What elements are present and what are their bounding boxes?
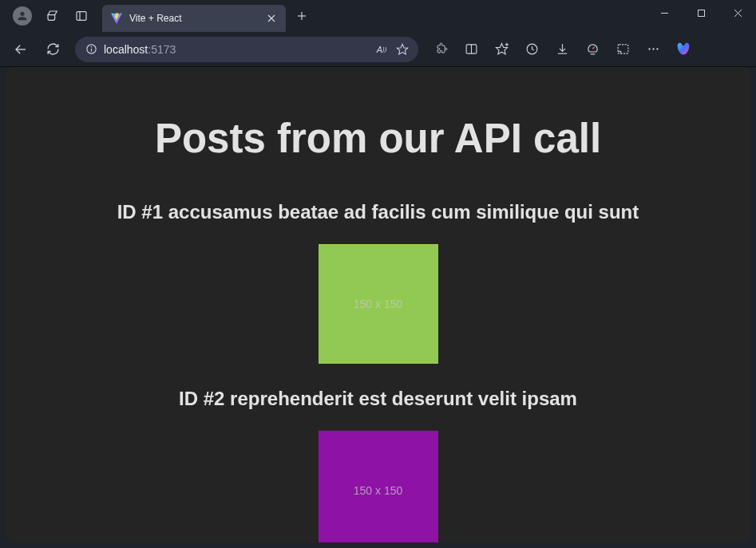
post-title: ID #2 reprehenderit est deserunt velit i… <box>6 388 750 410</box>
address-bar[interactable]: localhost:5173 A)) <box>75 37 418 62</box>
back-button[interactable] <box>6 37 35 62</box>
url-text: localhost:5173 <box>104 43 369 56</box>
screenshot-icon[interactable] <box>608 37 637 62</box>
vite-favicon-icon <box>110 12 123 25</box>
svg-rect-7 <box>698 10 704 16</box>
new-tab-button[interactable] <box>291 5 313 27</box>
post-item: ID #1 accusamus beatae ad facilis cum si… <box>6 201 750 364</box>
extensions-icon[interactable] <box>426 37 455 62</box>
toolbar: localhost:5173 A)) <box>0 32 756 67</box>
post-item: ID #2 reprehenderit est deserunt velit i… <box>6 388 750 542</box>
post-thumbnail: 150 x 150 <box>319 431 438 542</box>
favorite-icon[interactable] <box>396 43 409 56</box>
svg-rect-24 <box>618 45 628 53</box>
thumb-dimensions-label: 150 x 150 <box>354 298 403 310</box>
performance-icon[interactable] <box>578 37 607 62</box>
read-aloud-icon[interactable]: A)) <box>375 43 388 56</box>
workspaces-icon[interactable] <box>40 3 65 29</box>
svg-point-29 <box>656 48 658 49</box>
favorites-icon[interactable] <box>487 37 516 62</box>
minimize-button[interactable] <box>646 0 683 26</box>
svg-point-27 <box>648 48 650 49</box>
page-content[interactable]: Posts from our API call ID #1 accusamus … <box>6 67 750 542</box>
page-viewport: Posts from our API call ID #1 accusamus … <box>6 67 750 542</box>
svg-rect-0 <box>77 12 86 21</box>
profile-avatar[interactable] <box>13 6 32 26</box>
split-screen-icon[interactable] <box>457 37 485 62</box>
svg-point-28 <box>652 48 654 49</box>
titlebar: Vite + React <box>0 0 756 32</box>
refresh-button[interactable] <box>38 37 67 62</box>
post-title: ID #1 accusamus beatae ad facilis cum si… <box>6 201 750 223</box>
post-thumbnail: 150 x 150 <box>319 244 438 364</box>
history-icon[interactable] <box>517 37 546 62</box>
menu-icon[interactable] <box>639 37 667 62</box>
svg-marker-17 <box>496 43 507 53</box>
tab-title: Vite + React <box>129 13 259 24</box>
url-host: localhost <box>104 43 148 56</box>
maximize-button[interactable] <box>683 0 719 26</box>
downloads-icon[interactable] <box>548 37 576 62</box>
url-port: :5173 <box>148 43 176 56</box>
tab-close-icon[interactable] <box>265 12 278 25</box>
thumb-dimensions-label: 150 x 150 <box>354 484 403 497</box>
site-info-icon[interactable] <box>85 43 97 56</box>
window-controls <box>646 0 756 32</box>
page-heading: Posts from our API call <box>6 116 750 161</box>
svg-marker-14 <box>397 44 407 54</box>
browser-tab[interactable]: Vite + React <box>102 5 286 32</box>
close-button[interactable] <box>719 0 756 26</box>
tab-actions-icon[interactable] <box>69 3 94 29</box>
copilot-icon[interactable] <box>669 37 698 62</box>
